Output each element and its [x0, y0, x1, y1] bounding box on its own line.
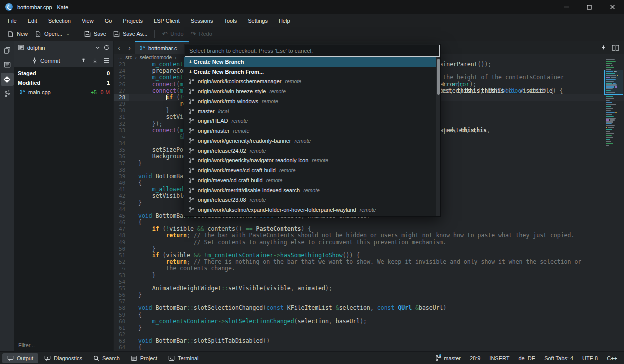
branch-item[interactable]: origin/work/win-breeze-styleremote — [184, 86, 440, 96]
code-line[interactable]: 58void BottomBar::slotSelectionChanged(c… — [114, 305, 624, 311]
code-line[interactable]: 60 m_contentsContainer->slotSelectionCha… — [114, 318, 624, 325]
sidebar-tool-git-icon[interactable] — [1, 73, 14, 86]
line-number: 63 — [114, 338, 129, 344]
popup-scrollbar-thumb[interactable] — [438, 59, 440, 95]
code-line[interactable]: 53 } — [114, 272, 624, 279]
undo-button[interactable]: ↶ Undo — [158, 29, 187, 39]
panel-button-output[interactable]: Output — [2, 353, 38, 363]
branch-item[interactable]: origin/release/23.08remote — [184, 195, 440, 205]
kate-app-icon — [6, 3, 13, 11]
line-number: ↪ — [114, 265, 129, 272]
branch-item[interactable]: origin/masterremote — [184, 126, 440, 136]
branch-item[interactable]: origin/release/24.02remote — [184, 146, 440, 156]
dictionary[interactable]: de_DE — [519, 355, 536, 361]
chevron-down-icon[interactable] — [96, 45, 100, 50]
branch-item[interactable]: origin/work/meven/cd-craft-buildremote — [184, 165, 440, 175]
line-number: 56 — [114, 292, 129, 298]
menu-sessions[interactable]: Sessions — [186, 16, 219, 26]
minimize-button[interactable] — [555, 0, 578, 14]
line-number: 36 — [114, 153, 129, 160]
branch-item[interactable]: origin/HEADremote — [184, 116, 440, 126]
quick-actions-lightning-icon[interactable] — [602, 44, 606, 51]
breadcrumb-item-selectionmode[interactable]: selectionmode — [140, 55, 172, 60]
statusbar-branch[interactable]: master — [436, 355, 461, 361]
menu-settings[interactable]: Settings — [242, 16, 274, 26]
back-button[interactable]: ‹ — [114, 41, 124, 54]
menu-view[interactable]: View — [76, 16, 100, 26]
breadcrumb-ellipsis[interactable]: ... — [118, 55, 122, 60]
panel-button-terminal[interactable]: Terminal — [164, 353, 204, 363]
breadcrumb-item-src[interactable]: src — [126, 55, 132, 60]
redo-button[interactable]: ↷ Redo — [188, 29, 216, 39]
open-dropdown-chevron-icon[interactable]: ⌄ — [66, 32, 70, 36]
forward-button[interactable]: › — [124, 41, 135, 54]
open-button[interactable]: Open... ⌄ — [32, 29, 74, 39]
save-as-button[interactable]: Save As... — [110, 29, 152, 39]
sidebar-tool-list-details-icon[interactable] — [1, 58, 14, 71]
branch-item[interactable]: origin/work/genericity/readonly-bannerre… — [184, 136, 440, 146]
sidebar-tool-documents-icon[interactable] — [1, 44, 14, 57]
panel-button-search[interactable]: Search — [88, 353, 125, 363]
new-button[interactable]: New — [4, 29, 32, 39]
modified-file-row[interactable]: main.cpp +5 -0 M — [14, 87, 114, 97]
menu-selection[interactable]: Selection — [43, 16, 76, 26]
redo-icon: ↷ — [191, 31, 196, 37]
code-line[interactable]: 56} — [114, 292, 624, 298]
create-new-branch-from-item[interactable]: + Create New Branch From... — [184, 67, 440, 77]
branch-item[interactable]: origin/work/genericity/navigator-readonl… — [184, 156, 440, 166]
modified-row[interactable]: Modified 1 — [14, 78, 114, 87]
panel-button-diagnostics[interactable]: Diagnostics — [40, 353, 88, 363]
project-selector[interactable]: dolphin — [28, 45, 45, 51]
menu-go[interactable]: Go — [100, 16, 118, 26]
pull-icon[interactable] — [92, 57, 98, 64]
refresh-icon[interactable] — [104, 44, 110, 51]
minimap-viewport[interactable] — [604, 70, 624, 95]
modified-count: 1 — [107, 80, 110, 86]
menu-help[interactable]: Help — [274, 16, 296, 26]
input-mode[interactable]: INSERT — [490, 355, 510, 361]
code-line[interactable]: 49 // Set contents to anything else to c… — [114, 239, 624, 246]
menu-tools[interactable]: Tools — [218, 16, 242, 26]
syntax-language[interactable]: C++ — [607, 355, 618, 361]
branch-item[interactable]: origin/work/rmb-windowsremote — [184, 96, 440, 106]
branch-item[interactable]: origin/work/ — [184, 215, 440, 216]
line-number: ↪ — [114, 134, 129, 140]
branch-item[interactable]: origin/meven/cd-craft-buildremote — [184, 175, 440, 185]
branch-name: origin/work/meven/cd-craft-build — [198, 167, 276, 173]
tab-settings[interactable]: Soft Tabs: 4 — [544, 355, 574, 361]
menu-edit[interactable]: Edit — [22, 16, 43, 26]
toolbar-separator — [154, 30, 155, 38]
git-branch-icon — [189, 98, 194, 104]
branch-item[interactable]: origin/work/merritt/disable-indexed-sear… — [184, 185, 440, 195]
push-icon[interactable] — [80, 57, 87, 64]
minimap[interactable] — [606, 59, 622, 146]
code-line[interactable]: ↪ the contents change. — [114, 265, 624, 272]
branch-item[interactable]: masterlocal — [184, 106, 440, 116]
line-number: 37 — [114, 160, 129, 167]
close-button[interactable] — [601, 0, 624, 14]
split-view-icon[interactable] — [612, 45, 620, 51]
panel-button-project[interactable]: Project — [126, 353, 162, 363]
menu-projects[interactable]: Projects — [118, 16, 148, 26]
code-line[interactable]: 63void BottomBar::slotSplitTabDisabled() — [114, 338, 624, 344]
save-button[interactable]: Save — [81, 29, 110, 39]
filter-placeholder: Filter... — [18, 342, 35, 348]
create-new-branch-item[interactable]: + Create New Branch — [184, 57, 440, 67]
cursor-position[interactable]: 28:9 — [470, 355, 480, 361]
staged-row[interactable]: Staged 0 — [14, 68, 114, 78]
menu-hamburger-icon[interactable] — [104, 58, 110, 63]
tab-bottombar-cpp[interactable]: bottombar.c — [135, 41, 189, 54]
menu-lsp-client[interactable]: LSP Client — [148, 16, 186, 26]
menu-file[interactable]: File — [2, 16, 22, 26]
code-line[interactable]: 55 AnimatedHeightWidget::setVisible(visi… — [114, 285, 624, 292]
git-filter-input[interactable]: Filter... — [14, 339, 114, 351]
commit-button[interactable]: Commit — [32, 57, 60, 64]
encoding[interactable]: UTF-8 — [582, 355, 598, 361]
branch-item[interactable]: origin/work/kcolorschememanagerremote — [184, 77, 440, 87]
maximize-button[interactable] — [578, 0, 601, 14]
branch-name: origin/work/genericity/readonly-banner — [198, 138, 291, 144]
sidebar-tool-branch-tree-icon[interactable] — [1, 87, 14, 100]
branch-search-input[interactable]: Select branch to checkout. Press 'Esc' t… — [185, 45, 440, 57]
branch-item[interactable]: origin/work/akselmo/expand-folder-on-hov… — [184, 205, 440, 215]
code-line[interactable]: 61} — [114, 325, 624, 331]
